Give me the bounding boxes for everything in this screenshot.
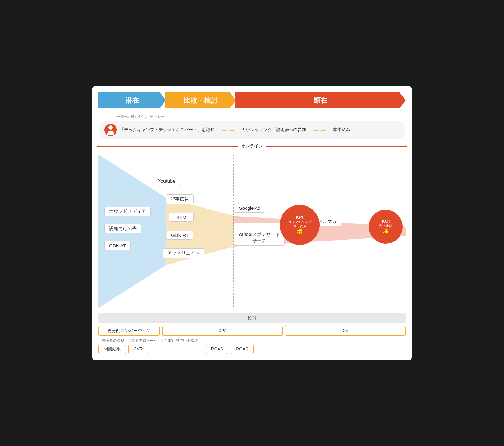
youtube-label: Youtube [153, 177, 180, 186]
latent-segment: 潜在 [98, 92, 166, 108]
user-avatar [104, 124, 117, 136]
cpa-label: CPA [218, 328, 227, 333]
indirect-effect-box: 間接効果 [98, 345, 126, 354]
flow-arrow-2: →→ [312, 126, 327, 134]
kpi-circle-sub: カウンセリング申し込み [288, 220, 312, 229]
indirect-effect-label: 間接効果 [104, 346, 121, 351]
cpa-box: CPA [162, 326, 283, 336]
gdn-at-label: GDN AT [104, 241, 131, 250]
flow-step-2: カウンセリング・説明会への参加 [242, 127, 306, 133]
flow-step-3: 本申込み [333, 127, 350, 133]
article-ad-label: 記事広告 [166, 194, 194, 204]
cvr-box: CVR [128, 345, 148, 354]
online-label: オンライン [238, 143, 266, 149]
owned-media-label: オウンドメディア [104, 207, 151, 216]
flow-arrow-1: →→ [221, 126, 235, 134]
roas-box-2: ROAS [231, 345, 254, 354]
main-container: 潜在 比較・検討 顕在 ユーザーの契約成立までのフロー 「テックキャンプ・テック… [92, 86, 412, 360]
svg-point-0 [108, 125, 113, 130]
kpi-metrics-row: 再分配コンバージョン CPA CV [98, 326, 406, 336]
user-flow-label: ユーザーの契約成立までのフロー [114, 115, 406, 119]
affiliate-label: アフィリエイト [163, 248, 204, 258]
kgi-circle-sub: 売上金額 [379, 224, 392, 228]
flow-step-1: 「テックキャンプ・テックエキスパート」を認知 [120, 127, 215, 133]
diagram-area: Youtube 記事広告 SEM GDN RT アフィリエイト オウンドメディア… [98, 151, 406, 311]
yahoo-sponsored-text: Yahoo!スポンサードサーチ [238, 232, 280, 243]
yahoo-label: Yahoo!スポンサードサーチ [234, 223, 285, 246]
online-section: オンライン [98, 143, 406, 149]
kgi-circle-title: KGI [382, 218, 390, 224]
apparent-label: 顕在 [314, 96, 327, 105]
user-flow-row: 「テックキャンプ・テックエキスパート」を認知 →→ カウンセリング・説明会への参… [98, 121, 406, 139]
google-ad-label: Google Ad [234, 204, 265, 213]
cv-box: CV [285, 326, 406, 336]
redistribution-label: 再分配コンバージョン [108, 328, 151, 333]
latent-label: 潜在 [125, 96, 139, 105]
kgi-circle: KGI 売上金額 増 [369, 210, 403, 244]
gdn-rt-label: GDN RT [167, 231, 193, 240]
indicator-row: 間接効果 CVR ROAS ROAS [98, 345, 406, 354]
kpi-circle-increase: 増 [297, 229, 302, 235]
awareness-ad-label: 認知向け広告 [104, 224, 141, 233]
sem-label: SEM [169, 213, 194, 222]
cvr-label: CVR [134, 346, 143, 351]
kpi-bar: KPI [98, 313, 406, 323]
apparent-segment: 顕在 [235, 92, 406, 108]
kpi-circle-title: KPI [296, 214, 303, 220]
cv-label: CV [342, 328, 348, 333]
roas-label-1: ROAS [211, 346, 223, 351]
roas-label-2: ROAS [236, 346, 248, 351]
redistribution-conversion-box: 再分配コンバージョン [98, 326, 160, 336]
kgi-circle-increase: 増 [383, 228, 388, 235]
kpi-circle: KPI カウンセリング申し込み 増 [280, 205, 320, 245]
roas-box-1: ROAS [206, 345, 229, 354]
indicator-label: 広告予算の調整（コストアロケーション）時に見ている指標 [98, 338, 406, 343]
header-arrows: 潜在 比較・検討 顕在 [98, 92, 406, 108]
compare-segment: 比較・検討 [165, 92, 236, 108]
compare-label: 比較・検討 [184, 96, 218, 105]
kpi-bottom-section: KPI 再分配コンバージョン CPA CV 広告予算の調整（コストアロケーション… [98, 313, 406, 354]
